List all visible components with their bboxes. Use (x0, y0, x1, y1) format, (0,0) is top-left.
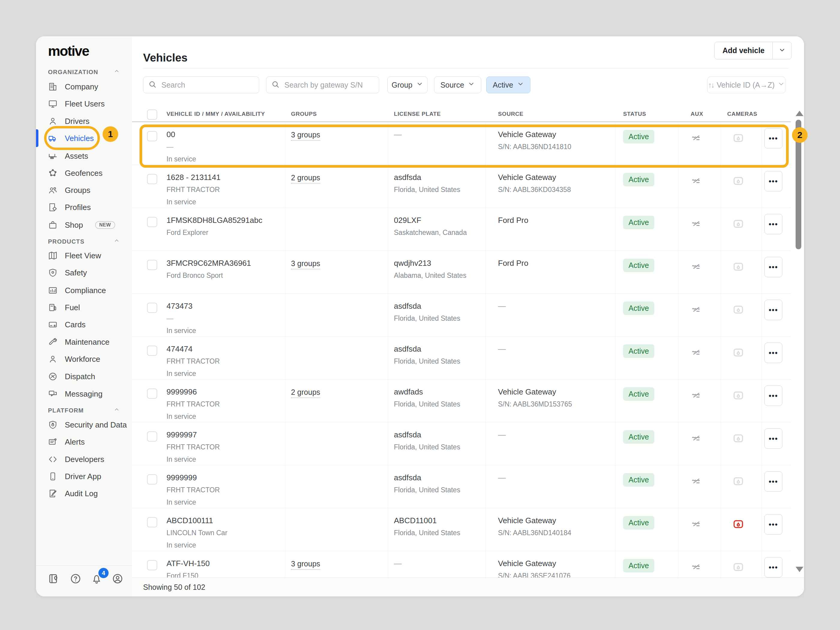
sidebar-item-dispatch[interactable]: Dispatch (36, 369, 132, 384)
sidebar-item-shop[interactable]: ShopNEW (36, 218, 132, 232)
table-row[interactable]: 9999999FRHT TRACTORIn serviceasdfsdaFlor… (132, 465, 791, 508)
row-checkbox[interactable] (147, 217, 157, 227)
groups-link[interactable]: 2 groups (291, 174, 320, 183)
sidebar-item-profiles[interactable]: Profiles (36, 200, 132, 215)
vehicle-id[interactable]: ATF-VH-150 (166, 559, 285, 568)
add-vehicle-button[interactable]: Add vehicle (714, 42, 792, 59)
table-row[interactable]: 473473—In serviceasdfsdaFlorida, United … (132, 294, 791, 336)
sidebar-item-security-and-data[interactable]: Security and Data (36, 417, 132, 432)
account-button[interactable] (112, 573, 123, 585)
row-actions-button[interactable]: ••• (764, 557, 782, 578)
row-actions-button[interactable]: ••• (764, 257, 782, 277)
chevron-up-icon (114, 406, 120, 415)
vehicle-id[interactable]: 00 (166, 130, 285, 139)
scrollbar-thumb[interactable] (796, 120, 801, 249)
sidebar-item-company[interactable]: Company (36, 79, 132, 94)
table-row[interactable]: 3FMCR9C62MRA36961Ford Bronco Sport3 grou… (132, 251, 791, 294)
table-row[interactable]: 9999996FRHT TRACTORIn service2 groupsawd… (132, 379, 791, 422)
table-row[interactable]: 1628 - 2131141FRHT TRACTORIn service2 gr… (132, 165, 791, 208)
sidebar-item-vehicles[interactable]: Vehicles (36, 131, 132, 146)
vehicle-id[interactable]: 1628 - 2131141 (166, 173, 285, 182)
vehicle-id[interactable]: 3FMCR9C62MRA36961 (166, 259, 285, 268)
vehicle-id[interactable]: ABCD100111 (166, 516, 285, 525)
sidebar-item-drivers[interactable]: Drivers (36, 114, 132, 129)
sidebar-item-groups[interactable]: Groups (36, 183, 132, 198)
sidebar-item-safety[interactable]: Safety (36, 265, 132, 280)
table-row[interactable]: 00—In service3 groups—Vehicle GatewayS/N… (132, 122, 791, 165)
table-row[interactable]: ATF-VH-150Ford F150In service3 groups—Ve… (132, 551, 791, 578)
row-checkbox[interactable] (147, 517, 157, 527)
sidebar-item-messaging[interactable]: Messaging (36, 387, 132, 401)
sidebar-item-fuel[interactable]: Fuel (36, 300, 132, 315)
groups-link[interactable]: 2 groups (291, 388, 320, 398)
vehicle-id[interactable]: 473473 (166, 302, 285, 311)
search-icon (148, 80, 156, 90)
row-checkbox[interactable] (147, 346, 157, 356)
row-actions-button[interactable]: ••• (764, 514, 782, 535)
sidebar-item-developers[interactable]: Developers (36, 452, 132, 467)
sidebar-item-cards[interactable]: Cards (36, 317, 132, 332)
row-checkbox[interactable] (147, 431, 157, 442)
row-checkbox[interactable] (147, 131, 157, 141)
row-actions-button[interactable]: ••• (764, 343, 782, 363)
vehicle-id[interactable]: 474474 (166, 344, 285, 354)
installer-button[interactable] (48, 573, 60, 585)
table-row[interactable]: 474474FRHT TRACTORIn serviceasdfsdaFlori… (132, 336, 791, 379)
sidebar-item-assets[interactable]: Assets (36, 148, 132, 164)
row-checkbox[interactable] (147, 303, 157, 313)
sidebar-item-maintenance[interactable]: Maintenance (36, 335, 132, 349)
row-actions-button[interactable]: ••• (764, 428, 782, 449)
row-checkbox[interactable] (147, 560, 157, 570)
status-filter[interactable]: Active (486, 76, 531, 93)
vehicle-id[interactable]: 9999999 (166, 473, 285, 482)
sidebar: motive ORGANIZATIONCompanyFleet UsersDri… (36, 36, 132, 597)
sidebar-item-fleet-view[interactable]: Fleet View (36, 248, 132, 263)
groups-link[interactable]: 3 groups (291, 259, 320, 269)
nav-section-platform[interactable]: PLATFORM (48, 404, 120, 417)
groups-link[interactable]: 3 groups (291, 559, 320, 570)
status-badge: Active (623, 259, 654, 272)
row-actions-button[interactable]: ••• (764, 214, 782, 234)
help-button[interactable] (69, 573, 82, 585)
vehicle-mmy: FRHT TRACTOR (166, 486, 285, 494)
row-actions-button[interactable]: ••• (764, 300, 782, 320)
sidebar-item-geofences[interactable]: Geofences (36, 166, 132, 181)
wrench-icon (48, 337, 58, 347)
sidebar-item-workforce[interactable]: Workforce (36, 352, 132, 366)
source-filter[interactable]: Source (434, 76, 481, 93)
row-checkbox[interactable] (147, 260, 157, 270)
table-row[interactable]: 9999997FRHT TRACTORIn serviceasdfsdaFlor… (132, 422, 791, 465)
sidebar-item-label: Messaging (65, 389, 103, 399)
sort-control[interactable]: ↑↓ Vehicle ID (A→Z) (707, 76, 785, 93)
gateway-search-input[interactable] (284, 81, 374, 90)
nav-section-products[interactable]: PRODUCTS (48, 235, 120, 248)
select-all-checkbox[interactable] (147, 109, 157, 120)
sidebar-item-audit-log[interactable]: Audit Log (36, 486, 132, 501)
nav-section-organization[interactable]: ORGANIZATION (48, 66, 120, 78)
scrollbar-down-arrow[interactable] (796, 567, 804, 572)
vehicle-id[interactable]: 9999996 (166, 387, 285, 396)
row-checkbox[interactable] (147, 174, 157, 184)
account-icon (112, 573, 123, 585)
row-checkbox[interactable] (147, 388, 157, 399)
scrollbar-up-arrow[interactable] (796, 111, 804, 116)
groups-link[interactable]: 3 groups (291, 131, 320, 141)
row-actions-button[interactable]: ••• (764, 171, 782, 191)
group-filter[interactable]: Group (387, 76, 428, 93)
vehicle-id[interactable]: 1FMSK8DH8LGA85291abc (166, 216, 285, 225)
sidebar-item-compliance[interactable]: Compliance (36, 283, 132, 298)
row-checkbox[interactable] (147, 474, 157, 485)
sidebar-item-driver-app[interactable]: Driver App (36, 469, 132, 484)
table-row[interactable]: 1FMSK8DH8LGA85291abcFord Explorer029LXFS… (132, 208, 791, 251)
search-input[interactable] (161, 81, 254, 90)
row-actions-button[interactable]: ••• (764, 471, 782, 492)
row-actions-button[interactable]: ••• (764, 385, 782, 406)
search-box[interactable] (143, 76, 259, 93)
sidebar-item-fleet-users[interactable]: Fleet Users (36, 96, 132, 111)
table-row[interactable]: ABCD100111LINCOLN Town CarIn serviceABCD… (132, 508, 791, 551)
row-actions-button[interactable]: ••• (764, 128, 782, 148)
add-vehicle-dropdown[interactable] (773, 42, 791, 59)
sidebar-item-alerts[interactable]: Alerts (36, 434, 132, 449)
vehicle-id[interactable]: 9999997 (166, 430, 285, 439)
gateway-search-box[interactable] (266, 76, 379, 93)
